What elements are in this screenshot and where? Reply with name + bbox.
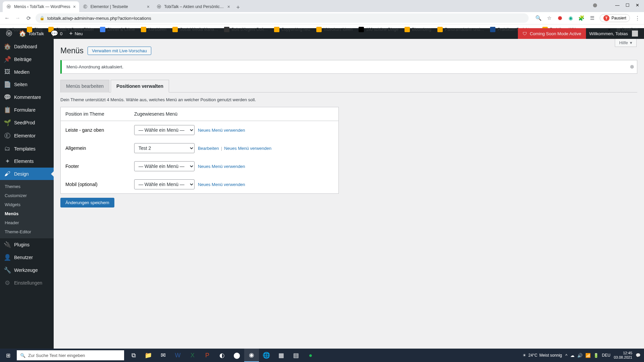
minimize-icon[interactable]: —: [615, 3, 620, 8]
live-preview-button[interactable]: Verwalten mit Live-Vorschau: [88, 47, 151, 55]
sidebar-item-seedprod[interactable]: 🌱SeedProd: [0, 116, 54, 129]
word-icon[interactable]: W: [170, 349, 185, 362]
clock[interactable]: 12:45 03.08.2021: [614, 351, 632, 360]
mail-icon[interactable]: ✉: [156, 349, 170, 362]
tab-manage-locations[interactable]: Positionen verwalten: [111, 80, 169, 93]
coming-soon-badge[interactable]: 🛡Coming Soon Mode Active: [518, 28, 586, 39]
submenu-themes[interactable]: Themes: [0, 182, 54, 191]
menu-select[interactable]: — Wähle ein Menü —: [134, 161, 195, 171]
action-link[interactable]: Neues Menü verwenden: [198, 182, 245, 187]
sidebar-item-templates[interactable]: 🗂Templates: [0, 142, 54, 155]
zoom-icon[interactable]: 🔍: [535, 15, 542, 21]
browser-tab[interactable]: ⓦ TobiTalk – Aktien und Persönlich… ×: [153, 1, 233, 12]
action-link[interactable]: Bearbeiten: [198, 146, 219, 151]
action-link[interactable]: Neues Menü verwenden: [198, 164, 245, 169]
bookmark-item[interactable]: Bloomberg: [402, 25, 434, 34]
wp-logo[interactable]: ⓦ: [3, 28, 15, 39]
extension-icon[interactable]: ◉: [568, 15, 574, 21]
chrome-icon[interactable]: ◉: [244, 349, 259, 362]
sidebar-item-elementor[interactable]: ⒺElementor: [0, 129, 54, 142]
close-icon[interactable]: ×: [227, 4, 230, 9]
sidebar-item-settings[interactable]: ⚙Einstellungen: [0, 277, 54, 289]
wifi-icon[interactable]: 📶: [585, 353, 591, 358]
chevron-up-icon[interactable]: ^: [565, 353, 567, 358]
notifications-icon[interactable]: 💬: [636, 353, 641, 358]
extensions-icon[interactable]: 🧩: [578, 15, 585, 21]
volume-icon[interactable]: 🔊: [577, 353, 583, 358]
star-icon[interactable]: ☆: [546, 15, 553, 21]
menu-select[interactable]: — Wähle ein Menü —: [134, 179, 195, 189]
spotify-icon[interactable]: ●: [303, 349, 318, 362]
close-icon[interactable]: ✕: [636, 3, 639, 8]
seed-icon: 🌱: [4, 119, 11, 126]
sidebar-item-media[interactable]: 🖼Medien: [0, 66, 54, 78]
bookmark-item[interactable]: Copywriting neu: [271, 25, 313, 34]
position-label: Allgemein: [61, 139, 129, 157]
close-icon[interactable]: ×: [73, 4, 76, 9]
start-button[interactable]: ⊞: [0, 349, 16, 362]
forward-icon[interactable]: →: [14, 14, 21, 22]
browser-tab[interactable]: Ⓔ Elementor | Testseite ×: [79, 1, 153, 12]
app-icon[interactable]: ▦: [274, 349, 288, 362]
app-icon[interactable]: ◐: [215, 349, 229, 362]
bookmark-item[interactable]: Videokurs Ideen: [314, 25, 356, 34]
menu-select[interactable]: Test 2: [134, 143, 195, 153]
submenu-widgets[interactable]: Widgets: [0, 200, 54, 209]
action-link[interactable]: Neues Menü verwenden: [224, 146, 271, 151]
close-icon[interactable]: ×: [147, 4, 150, 9]
menu-select[interactable]: — Wähle ein Menü —: [134, 125, 195, 135]
edge-icon[interactable]: 🌐: [259, 349, 274, 362]
app-icon[interactable]: ▤: [288, 349, 303, 362]
action-link[interactable]: Neues Menü verwenden: [198, 128, 245, 133]
sidebar-item-design[interactable]: 🖌Design: [0, 168, 54, 180]
back-icon[interactable]: ←: [3, 14, 11, 22]
sidebar-item-elements[interactable]: ✦Elements: [0, 155, 54, 168]
onedrive-icon[interactable]: ☁: [570, 353, 575, 358]
reading-list-icon[interactable]: ☰: [589, 15, 596, 21]
comments-link[interactable]: 💬0: [47, 28, 66, 39]
profile-paused[interactable]: T Pausiert: [600, 14, 630, 22]
new-tab-button[interactable]: +: [233, 3, 243, 12]
bookmark-item[interactable]: Social Media Mana…: [170, 25, 221, 34]
tab-edit-menus[interactable]: Menüs bearbeiten: [60, 80, 109, 93]
powerpoint-icon[interactable]: P: [200, 349, 215, 362]
menu-icon[interactable]: ⋮: [634, 15, 641, 21]
battery-icon[interactable]: 🔋: [593, 353, 599, 358]
bookmark-item[interactable]: Panoramabahn und…: [435, 25, 487, 34]
reload-icon[interactable]: ⟳: [25, 14, 32, 22]
new-content[interactable]: +Neu: [66, 28, 86, 39]
account-badge-icon[interactable]: [593, 3, 597, 7]
help-tab[interactable]: Hilfe▾: [615, 39, 637, 47]
task-view-icon[interactable]: ⧉: [126, 349, 141, 362]
maximize-icon[interactable]: ☐: [626, 3, 630, 8]
obs-icon[interactable]: ⬤: [229, 349, 244, 362]
search-input[interactable]: 🔍 Zur Suche Text hier eingeben: [17, 350, 124, 360]
submenu-theme-editor[interactable]: Theme-Editor: [0, 227, 54, 236]
submenu-header[interactable]: Header: [0, 218, 54, 227]
url-bar[interactable]: 🔒 tobitalk.at/wp-admin/nav-menus.php?act…: [36, 13, 529, 23]
user-menu[interactable]: Willkommen, Tobias: [586, 28, 641, 39]
sidebar-item-comments[interactable]: 💬Kommentare: [0, 91, 54, 104]
sidebar-item-plugins[interactable]: 🔌Plugins: [0, 238, 54, 251]
submenu-menus[interactable]: Menüs: [0, 209, 54, 218]
language-indicator[interactable]: DEU: [602, 353, 610, 358]
bookmark-item[interactable]: Bois d'Argent Duft…: [221, 25, 270, 34]
sidebar-item-tools[interactable]: 🔧Werkzeuge: [0, 264, 54, 277]
submenu-customizer[interactable]: Customizer: [0, 191, 54, 200]
sidebar-item-dashboard[interactable]: 🏠Dashboard: [0, 40, 54, 53]
save-button[interactable]: Änderungen speichern: [60, 198, 114, 207]
explorer-icon[interactable]: 📁: [141, 349, 156, 362]
bookmark-item[interactable]: 180 schöne Dinge: [356, 25, 401, 34]
browser-tab[interactable]: ⓦ Menüs ‹ TobiTalk — WordPress ×: [3, 1, 79, 12]
excel-icon[interactable]: X: [185, 349, 200, 362]
sidebar-item-forms[interactable]: 📋Formulare: [0, 104, 54, 116]
bookmark-item[interactable]: Dinner & Crime: [97, 25, 138, 34]
sidebar-item-pages[interactable]: 📄Seiten: [0, 78, 54, 91]
adblock-icon[interactable]: ⬣: [557, 15, 564, 21]
bookmark-item[interactable]: Kursideen: [138, 25, 169, 34]
site-name[interactable]: 🏠TobiTalk: [15, 28, 47, 39]
weather-widget[interactable]: ☀ 24°C Meist sonnig: [523, 353, 562, 358]
sidebar-item-users[interactable]: 👤Benutzer: [0, 251, 54, 264]
dismiss-icon[interactable]: ⊗: [630, 64, 634, 70]
sidebar-item-posts[interactable]: 📌Beiträge: [0, 53, 54, 66]
